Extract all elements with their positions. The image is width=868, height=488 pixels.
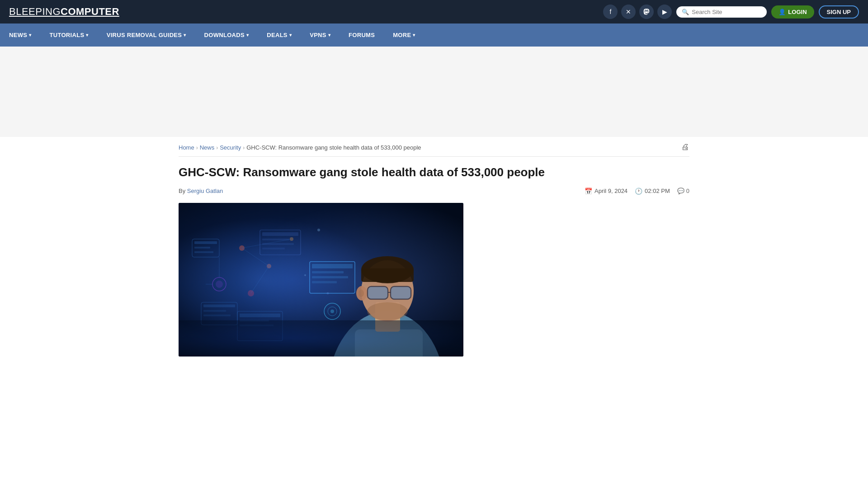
svg-rect-12 bbox=[203, 314, 231, 316]
twitter-icon[interactable]: ✕ bbox=[621, 5, 636, 19]
nav-virus-removal[interactable]: VIRUS REMOVAL GUIDES ▾ bbox=[98, 23, 195, 47]
svg-rect-5 bbox=[194, 247, 210, 249]
article-title: GHC-SCW: Ransomware gang stole health da… bbox=[179, 165, 689, 180]
search-box[interactable]: 🔍 bbox=[676, 6, 767, 18]
breadcrumb-security[interactable]: Security bbox=[220, 144, 241, 151]
by-label: By bbox=[179, 188, 185, 194]
youtube-icon[interactable]: ▶ bbox=[657, 5, 672, 19]
nav-tutorials[interactable]: TUTORIALS ▾ bbox=[41, 23, 98, 47]
search-icon: 🔍 bbox=[682, 9, 689, 15]
comment-icon: 💬 bbox=[677, 188, 684, 194]
comment-count: 0 bbox=[686, 188, 689, 194]
login-button[interactable]: 👤 LOGIN bbox=[771, 5, 814, 19]
facebook-icon[interactable]: f bbox=[603, 5, 618, 19]
nav-news-caret: ▾ bbox=[29, 33, 31, 38]
svg-rect-44 bbox=[368, 287, 387, 299]
nav-virus-caret: ▾ bbox=[184, 33, 186, 38]
svg-rect-50 bbox=[312, 271, 344, 273]
breadcrumb-sep-3: › bbox=[243, 145, 245, 151]
svg-point-8 bbox=[216, 281, 223, 288]
svg-rect-24 bbox=[262, 239, 289, 240]
svg-rect-39 bbox=[361, 268, 414, 282]
nav-more[interactable]: MORE ▾ bbox=[384, 23, 425, 47]
breadcrumb: Home › News › Security › GHC-SCW: Ransom… bbox=[179, 137, 689, 157]
author-link[interactable]: Sergiu Gatlan bbox=[187, 188, 223, 194]
nav-downloads-caret: ▾ bbox=[246, 33, 249, 38]
hero-image-svg bbox=[179, 203, 463, 357]
breadcrumb-current: GHC-SCW: Ransomware gang stole health da… bbox=[246, 144, 421, 151]
svg-rect-23 bbox=[262, 232, 298, 236]
svg-rect-52 bbox=[312, 281, 337, 283]
svg-rect-56 bbox=[179, 320, 463, 357]
site-logo[interactable]: BLEEPINGCOMPUTER bbox=[9, 6, 119, 18]
nav-news[interactable]: NEWS ▾ bbox=[0, 23, 41, 47]
article-time: 02:02 PM bbox=[645, 188, 670, 194]
breadcrumb-sep-2: › bbox=[216, 145, 218, 151]
svg-rect-28 bbox=[240, 314, 280, 317]
content-wrapper: Home › News › Security › GHC-SCW: Ransom… bbox=[170, 137, 698, 357]
svg-rect-45 bbox=[391, 287, 410, 299]
print-icon[interactable]: 🖨 bbox=[681, 142, 689, 151]
breadcrumb-sep-1: › bbox=[196, 145, 198, 151]
nav-tutorials-caret: ▾ bbox=[86, 33, 88, 38]
clock-icon: 🕐 bbox=[635, 188, 642, 195]
site-header: BLEEPINGCOMPUTER f ✕ ▶ 🔍 👤 LOGIN SIGN UP bbox=[0, 0, 868, 23]
svg-point-55 bbox=[330, 310, 334, 313]
user-icon: 👤 bbox=[778, 9, 786, 15]
nav-downloads[interactable]: DOWNLOADS ▾ bbox=[195, 23, 258, 47]
svg-rect-11 bbox=[203, 310, 226, 312]
svg-rect-10 bbox=[203, 305, 235, 307]
article-date: April 9, 2024 bbox=[594, 188, 627, 194]
nav-more-caret: ▾ bbox=[413, 33, 415, 38]
breadcrumb-home[interactable]: Home bbox=[179, 144, 194, 151]
calendar-icon: 📅 bbox=[585, 188, 592, 195]
search-input[interactable] bbox=[692, 9, 761, 15]
mastodon-icon[interactable] bbox=[639, 5, 654, 19]
nav-vpns[interactable]: VPNS ▾ bbox=[301, 23, 340, 47]
nav-forums[interactable]: FORUMS bbox=[340, 23, 384, 47]
date-meta: 📅 April 9, 2024 bbox=[585, 188, 627, 195]
social-icons: f ✕ ▶ bbox=[603, 5, 672, 19]
svg-rect-25 bbox=[262, 243, 294, 245]
author-row: By Sergiu Gatlan 📅 April 9, 2024 🕐 02:02… bbox=[179, 188, 689, 195]
svg-rect-51 bbox=[312, 276, 348, 278]
svg-rect-26 bbox=[262, 248, 285, 249]
svg-point-46 bbox=[367, 302, 408, 320]
author-info: By Sergiu Gatlan bbox=[179, 188, 223, 194]
svg-rect-49 bbox=[312, 264, 353, 268]
signup-button[interactable]: SIGN UP bbox=[819, 5, 859, 19]
nav-deals-caret: ▾ bbox=[289, 33, 292, 38]
ad-banner bbox=[0, 47, 868, 137]
article-image bbox=[179, 203, 463, 357]
nav-vpns-caret: ▾ bbox=[328, 33, 330, 38]
time-meta: 🕐 02:02 PM bbox=[635, 188, 670, 195]
article-meta: 📅 April 9, 2024 🕐 02:02 PM 💬 0 bbox=[585, 188, 689, 195]
svg-point-31 bbox=[317, 229, 320, 231]
comments-meta[interactable]: 💬 0 bbox=[677, 188, 689, 194]
breadcrumb-news[interactable]: News bbox=[200, 144, 215, 151]
header-right: f ✕ ▶ 🔍 👤 LOGIN SIGN UP bbox=[603, 5, 859, 19]
svg-rect-4 bbox=[194, 241, 217, 244]
svg-point-47 bbox=[359, 290, 364, 297]
svg-point-32 bbox=[304, 274, 306, 276]
nav-bar: NEWS ▾ TUTORIALS ▾ VIRUS REMOVAL GUIDES … bbox=[0, 23, 868, 47]
svg-rect-6 bbox=[194, 251, 213, 253]
nav-deals[interactable]: DEALS ▾ bbox=[258, 23, 301, 47]
